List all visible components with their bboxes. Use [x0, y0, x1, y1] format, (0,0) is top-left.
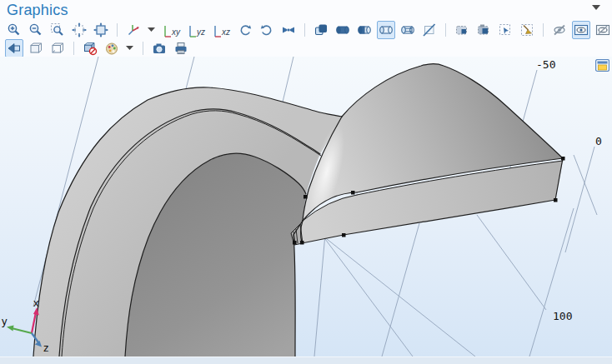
- graphics-canvas[interactable]: -50 0 100 x y z: [0, 57, 612, 357]
- toolbar-separator: [445, 23, 446, 37]
- image-export-button[interactable]: [474, 21, 493, 39]
- triad-x-label: x: [33, 297, 39, 309]
- toolbar-separator: [143, 42, 143, 55]
- triad-y-label: y: [2, 315, 8, 327]
- go-to-xz-view-button[interactable]: xz: [211, 21, 233, 39]
- toolbar-separator: [543, 23, 544, 37]
- go-to-view-caret-icon[interactable]: [146, 21, 158, 39]
- graphics-window: Graphics xy yz xz: [0, 0, 612, 364]
- rendering-wireframe-button[interactable]: [399, 21, 417, 39]
- rendering-surface-button[interactable]: [377, 21, 395, 39]
- color-theme-caret-icon[interactable]: [124, 39, 136, 57]
- select-frame-button[interactable]: [496, 21, 514, 39]
- graphics-toolbar-row2: [5, 39, 190, 57]
- view-unhide-all-button[interactable]: [572, 21, 590, 39]
- panel-menu-caret-icon[interactable]: [592, 5, 600, 10]
- toolbar-separator: [73, 42, 74, 55]
- detach-window-icon[interactable]: [595, 59, 609, 76]
- zoom-box-button[interactable]: [48, 21, 67, 39]
- tick-label-minus50: -50: [536, 58, 555, 71]
- scene-light-button[interactable]: [5, 39, 23, 57]
- page-title: Graphics: [7, 2, 68, 19]
- hide-eye-slash-button[interactable]: [550, 21, 569, 39]
- zoom-extents-button[interactable]: [70, 21, 88, 39]
- zoom-selected-button[interactable]: [92, 21, 110, 39]
- orthographic-projection-button[interactable]: [279, 21, 298, 39]
- rendering-solid-button[interactable]: [334, 21, 352, 39]
- disable-geometry-button[interactable]: [81, 39, 99, 57]
- tick-label-100: 100: [553, 310, 572, 322]
- scene-3d[interactable]: -50 0 100 x y z: [0, 57, 612, 357]
- graphics-toolbar-row1: xy yz xz: [5, 21, 612, 39]
- go-to-xy-view-button[interactable]: xy: [161, 21, 183, 39]
- show-axes-button[interactable]: [48, 39, 67, 57]
- y-axis-arrow-icon: [7, 326, 14, 332]
- no-selection-button[interactable]: [420, 21, 439, 39]
- go-to-default-view-button[interactable]: [124, 21, 143, 39]
- rendering-half-button[interactable]: [355, 21, 374, 39]
- zoom-out-button[interactable]: [27, 21, 45, 39]
- rotate-ccw-button[interactable]: [236, 21, 254, 39]
- zoom-in-button[interactable]: [5, 21, 23, 39]
- hide-selected-button[interactable]: [594, 21, 612, 39]
- snapshot-camera-button[interactable]: [150, 39, 168, 57]
- triad-z-label: z: [43, 342, 49, 354]
- show-grid-button[interactable]: [27, 39, 45, 57]
- toolbar-separator: [304, 23, 305, 37]
- go-to-yz-view-button[interactable]: yz: [186, 21, 208, 39]
- copy-image-button[interactable]: [453, 21, 471, 39]
- print-button[interactable]: [172, 39, 190, 57]
- panel-header: Graphics: [0, 0, 612, 20]
- stacked-boxes-button[interactable]: [312, 21, 330, 39]
- clear-broom-button[interactable]: [518, 21, 536, 39]
- rotate-cw-button[interactable]: [258, 21, 276, 39]
- canvas-bottom-strip: [0, 357, 612, 364]
- toolbar-separator: [117, 23, 118, 37]
- tick-label-0: 0: [595, 135, 602, 147]
- color-theme-button[interactable]: [103, 39, 121, 57]
- model-3d[interactable]: [33, 64, 565, 357]
